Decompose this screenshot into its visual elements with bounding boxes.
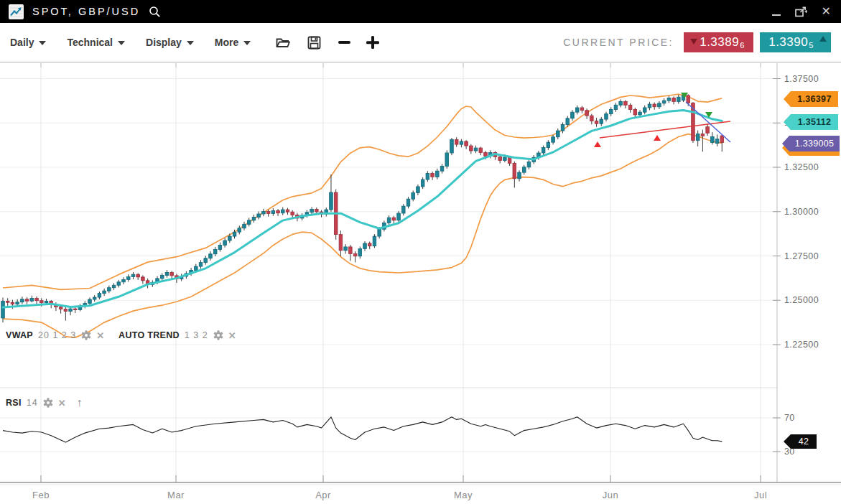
window-titlebar: SPOT, GBP/USD ✕ bbox=[0, 0, 841, 23]
candle-down bbox=[720, 136, 724, 142]
candle-up bbox=[518, 172, 521, 179]
candle-down bbox=[465, 141, 468, 146]
plus-icon bbox=[366, 36, 379, 49]
last-price-badge: 1.339005 bbox=[782, 136, 840, 151]
candle-up bbox=[195, 266, 198, 270]
autotrend-settings-gear-icon[interactable] bbox=[213, 330, 223, 340]
candle-up bbox=[711, 136, 715, 142]
candle-up bbox=[238, 228, 241, 232]
buy-signal-marker bbox=[594, 141, 601, 147]
candle-down bbox=[74, 309, 78, 309]
candle-up bbox=[363, 243, 367, 248]
technical-dropdown-label: Technical bbox=[67, 37, 113, 48]
price-chart-canvas[interactable] bbox=[0, 63, 841, 504]
more-dropdown[interactable]: More bbox=[215, 37, 251, 48]
timeframe-dropdown-label: Daily bbox=[10, 37, 34, 48]
candle-down bbox=[266, 212, 270, 214]
price-axis-label: 1.27500 bbox=[784, 251, 819, 261]
candle-up bbox=[561, 124, 564, 131]
candle-up bbox=[638, 112, 642, 115]
candle-down bbox=[580, 108, 584, 111]
candle-up bbox=[358, 248, 362, 256]
bollinger-lower-band bbox=[3, 134, 722, 338]
candle-up bbox=[204, 258, 208, 263]
candle-down bbox=[315, 210, 319, 212]
minimize-button[interactable] bbox=[772, 14, 781, 16]
chevron-down-icon bbox=[39, 41, 46, 45]
overlay-indicator-row: VWAP 20 1 2 3 ✕ AUTO TREND 1 3 2 ✕ bbox=[6, 330, 236, 340]
save-button[interactable] bbox=[307, 36, 321, 50]
zoom-in-button[interactable] bbox=[366, 36, 379, 49]
candle-up bbox=[21, 299, 24, 302]
candle-down bbox=[59, 307, 62, 309]
chart-area[interactable]: VWAP 20 1 2 3 ✕ AUTO TREND 1 3 2 ✕ RSI 1… bbox=[0, 63, 841, 504]
candle-up bbox=[406, 199, 410, 206]
candle-up bbox=[614, 105, 618, 109]
rsi-move-up-icon[interactable]: ↑ bbox=[77, 397, 83, 409]
candle-down bbox=[64, 309, 68, 312]
candle-down bbox=[672, 98, 676, 101]
candle-down bbox=[40, 301, 43, 303]
candle-up bbox=[401, 206, 405, 213]
candle-up bbox=[257, 214, 261, 217]
candle-up bbox=[378, 229, 381, 236]
candle-up bbox=[108, 288, 111, 291]
price-axis-label: 1.37500 bbox=[784, 74, 819, 84]
zoom-out-button[interactable] bbox=[338, 41, 350, 44]
candle-down bbox=[11, 302, 14, 304]
candle-up bbox=[98, 294, 101, 297]
rsi-settings-gear-icon[interactable] bbox=[43, 398, 53, 408]
candle-down bbox=[508, 157, 511, 163]
candle-down bbox=[349, 247, 353, 253]
candle-down bbox=[628, 105, 632, 109]
candle-up bbox=[412, 193, 415, 200]
candle-up bbox=[575, 108, 579, 112]
month-axis-label: Mar bbox=[160, 490, 192, 500]
candle-up bbox=[69, 309, 73, 311]
candle-down bbox=[595, 121, 598, 124]
candle-down bbox=[6, 301, 9, 302]
candle-up bbox=[658, 103, 661, 107]
candle-up bbox=[715, 139, 719, 144]
candle-down bbox=[590, 116, 594, 121]
candle-up bbox=[228, 236, 232, 241]
candle-down bbox=[470, 146, 473, 151]
symbol-title: SPOT, GBP/USD bbox=[32, 6, 140, 17]
candle-up bbox=[552, 137, 555, 142]
candle-down bbox=[431, 173, 435, 177]
candle-up bbox=[93, 297, 96, 299]
candle-up bbox=[677, 97, 681, 101]
price-axis-label: 1.30000 bbox=[784, 207, 819, 217]
technical-dropdown[interactable]: Technical bbox=[67, 37, 125, 48]
display-dropdown[interactable]: Display bbox=[146, 37, 194, 48]
rsi-remove-icon[interactable]: ✕ bbox=[58, 398, 66, 408]
search-icon[interactable] bbox=[149, 6, 161, 18]
candle-up bbox=[547, 142, 550, 147]
candle-up bbox=[233, 232, 236, 236]
candle-up bbox=[160, 275, 164, 278]
vwap-price-badge: 1.35112 bbox=[784, 114, 838, 130]
candle-down bbox=[701, 134, 705, 136]
candle-up bbox=[571, 112, 575, 118]
candle-up bbox=[417, 187, 420, 193]
price-axis-label: 1.25000 bbox=[784, 295, 819, 305]
vwap-indicator-label: VWAP bbox=[6, 330, 33, 340]
vwap-settings-gear-icon[interactable] bbox=[81, 330, 91, 340]
candle-up bbox=[474, 148, 478, 151]
candle-down bbox=[706, 127, 710, 134]
vwap-remove-icon[interactable]: ✕ bbox=[96, 331, 104, 340]
chevron-down-icon bbox=[187, 41, 194, 45]
candle-up bbox=[609, 109, 613, 113]
chevron-down-icon bbox=[118, 41, 125, 45]
autotrend-remove-icon[interactable]: ✕ bbox=[228, 331, 236, 340]
rsi-indicator-params: 14 bbox=[27, 398, 38, 408]
candle-up bbox=[605, 114, 608, 119]
close-window-button[interactable]: ✕ bbox=[822, 6, 831, 17]
popout-window-button[interactable] bbox=[795, 6, 807, 17]
timeframe-dropdown[interactable]: Daily bbox=[10, 37, 46, 48]
candle-up bbox=[445, 153, 449, 167]
candle-up bbox=[112, 285, 116, 287]
open-folder-button[interactable] bbox=[276, 37, 290, 49]
candle-down bbox=[353, 253, 357, 256]
autotrend-indicator-params: 1 3 2 bbox=[185, 330, 208, 340]
